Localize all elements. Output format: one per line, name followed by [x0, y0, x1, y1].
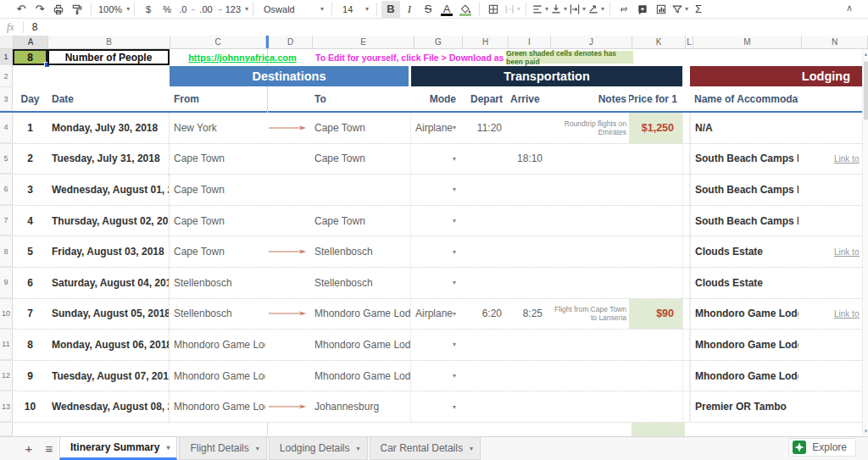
header-notes[interactable]: Notes: [548, 87, 629, 111]
mode-dropdown-icon[interactable]: ▾: [453, 186, 456, 193]
cell-accommodation[interactable]: Clouds Estate: [690, 268, 798, 298]
cell-depart[interactable]: 11:20: [459, 113, 505, 143]
cell-route[interactable]: [265, 113, 309, 143]
row-number[interactable]: [0, 423, 13, 436]
cell-route[interactable]: [265, 330, 309, 360]
filter-button[interactable]: ▾: [670, 1, 689, 18]
cell-notes[interactable]: [548, 206, 629, 236]
cell-day[interactable]: 10: [13, 391, 47, 422]
cell-date[interactable]: Wednesday, August 01, 2018: [47, 175, 170, 205]
cell-day[interactable]: 8: [13, 330, 47, 360]
header-date[interactable]: Date: [47, 87, 170, 111]
cell-spacer[interactable]: [682, 144, 690, 175]
cell-notes[interactable]: Flight from Cape Town to Lanseria: [548, 299, 629, 330]
cell-price[interactable]: [629, 268, 682, 298]
decrease-decimals-button[interactable]: .0←: [176, 1, 197, 18]
cell-day[interactable]: 1: [13, 113, 47, 143]
cell-depart[interactable]: [459, 330, 505, 360]
cell-notes[interactable]: [548, 391, 629, 422]
cell-from[interactable]: Mhondoro Game Lodge: [170, 391, 265, 422]
cell-mode[interactable]: Airplane▾: [411, 299, 459, 330]
cell-date[interactable]: Tuesday, July 31, 2018: [47, 144, 170, 175]
cell-day[interactable]: 5: [13, 236, 47, 267]
cell-to[interactable]: Cape Town: [309, 206, 411, 236]
cell-from[interactable]: Cape Town: [170, 236, 265, 267]
format-percent-button[interactable]: %: [158, 1, 176, 18]
destinations-banner[interactable]: Destinations: [170, 66, 409, 86]
cell-to[interactable]: Johannesburg: [309, 391, 411, 422]
cell-depart[interactable]: [459, 236, 505, 267]
explore-button[interactable]: Explore: [788, 438, 856, 457]
cell-price[interactable]: $1,250: [629, 113, 682, 143]
cell-arrive[interactable]: [505, 206, 548, 236]
formula-input[interactable]: 8: [24, 21, 868, 33]
cell-day[interactable]: 7: [13, 299, 47, 330]
row-number[interactable]: 4: [0, 113, 13, 143]
row-number[interactable]: 2: [0, 65, 13, 87]
cell-price[interactable]: [629, 330, 682, 360]
column-header-e[interactable]: E: [313, 36, 415, 48]
cell-link[interactable]: [798, 206, 860, 236]
cell-to[interactable]: Stellenbosch: [309, 236, 411, 267]
cell-link[interactable]: [798, 268, 860, 298]
strikethrough-button[interactable]: S: [419, 1, 437, 18]
select-all-corner[interactable]: [0, 36, 14, 48]
cell-route[interactable]: [265, 268, 309, 298]
horizontal-align-button[interactable]: ▾: [531, 1, 549, 18]
cell-notes[interactable]: [548, 330, 629, 360]
italic-button[interactable]: I: [400, 1, 419, 18]
text-wrap-button[interactable]: ▾: [568, 1, 587, 18]
cell-mode[interactable]: ▾: [411, 175, 459, 205]
column-header-g[interactable]: G: [415, 36, 463, 48]
all-sheets-button[interactable]: ≡: [39, 441, 59, 456]
cell-date[interactable]: Monday, July 30, 2018: [47, 113, 170, 143]
cell-accommodation[interactable]: Premier OR Tambo: [690, 391, 798, 422]
cell-spacer[interactable]: [682, 175, 690, 205]
vertical-align-button[interactable]: ▾: [549, 1, 568, 18]
cell-accommodation[interactable]: Mhondoro Game Lodge: [690, 361, 798, 391]
cell-people-label[interactable]: Number of People: [47, 49, 170, 65]
row-number[interactable]: 7: [0, 206, 13, 236]
cell-notes[interactable]: [548, 236, 629, 267]
cell-date[interactable]: Wednesday, August 08, 2018: [47, 391, 170, 422]
cell-notes[interactable]: [548, 144, 629, 175]
cell-depart[interactable]: [459, 268, 505, 298]
cell-arrive[interactable]: [505, 113, 548, 143]
cell-from[interactable]: Cape Town: [170, 144, 265, 175]
cell-arrive[interactable]: 8:25: [505, 299, 548, 330]
accommodation-link[interactable]: Link to S: [834, 154, 860, 163]
row-number[interactable]: 1: [0, 49, 13, 65]
increase-decimals-button[interactable]: .00→: [197, 1, 222, 18]
cell-mode[interactable]: ▾: [411, 391, 459, 422]
functions-button[interactable]: Σ: [689, 1, 708, 18]
scroll-down-icon[interactable]: ▼: [863, 426, 868, 436]
column-header-a[interactable]: A: [14, 36, 48, 48]
cell-date[interactable]: Saturday, August 04, 2018: [47, 268, 170, 298]
column-header-c[interactable]: C: [170, 36, 266, 48]
column-header-i[interactable]: I: [509, 36, 551, 48]
cell-accommodation[interactable]: South Beach Camps Bay: [690, 144, 798, 175]
cell-link[interactable]: [798, 113, 860, 143]
cell-link[interactable]: [798, 330, 860, 360]
text-rotation-button[interactable]: ▾: [587, 1, 605, 18]
site-link[interactable]: https://johnnyafrica.com: [170, 49, 315, 65]
cell-spacer[interactable]: [682, 268, 690, 298]
cell-route[interactable]: [265, 361, 309, 391]
cell-arrive[interactable]: [505, 236, 548, 267]
cell-spacer[interactable]: [682, 206, 690, 236]
accommodation-link[interactable]: Link to S: [834, 247, 860, 257]
column-header-k[interactable]: K: [632, 36, 686, 48]
cell-spacer[interactable]: [682, 391, 690, 422]
column-header-h[interactable]: H: [463, 36, 509, 48]
mode-dropdown-icon[interactable]: ▾: [453, 248, 456, 256]
insert-chart-button[interactable]: [652, 1, 670, 18]
font-size-select[interactable]: 14▾: [337, 1, 372, 18]
cell-notes[interactable]: Roundtrip flights on Emirates: [548, 113, 629, 143]
header-price[interactable]: Price for 1: [629, 87, 682, 111]
mode-dropdown-icon[interactable]: ▾: [453, 372, 456, 380]
column-header-l[interactable]: L: [686, 36, 693, 48]
row-number[interactable]: 8: [0, 236, 13, 267]
cell-notes[interactable]: [548, 268, 629, 298]
header-to[interactable]: To: [309, 87, 411, 111]
cell-spacer[interactable]: [682, 330, 690, 360]
